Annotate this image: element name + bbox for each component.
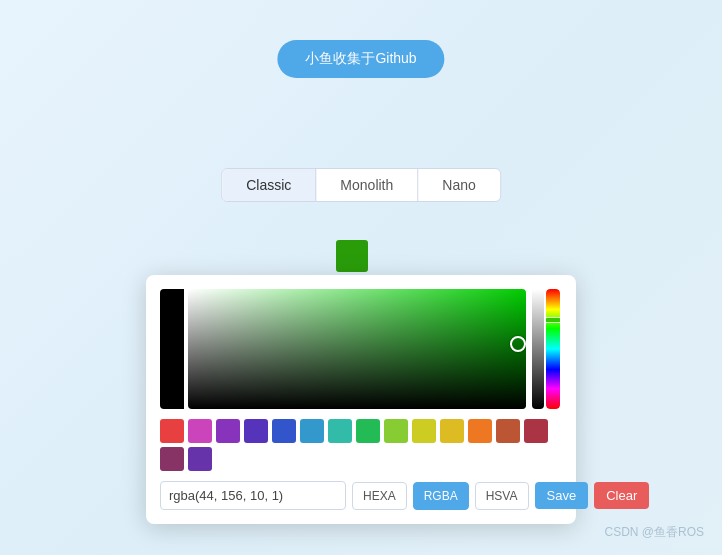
preset-swatch[interactable] xyxy=(328,419,352,443)
gradient-area[interactable] xyxy=(160,289,562,409)
gradient-dark xyxy=(188,289,526,409)
opacity-slider[interactable] xyxy=(532,289,544,409)
preset-swatch[interactable] xyxy=(496,419,520,443)
preset-swatch[interactable] xyxy=(272,419,296,443)
hsva-format-btn[interactable]: HSVA xyxy=(475,482,529,510)
preset-swatch[interactable] xyxy=(524,419,548,443)
clear-button[interactable]: Clear xyxy=(594,482,649,509)
save-button[interactable]: Save xyxy=(535,482,589,509)
tab-monolith[interactable]: Monolith xyxy=(316,169,418,201)
github-button[interactable]: 小鱼收集于Github xyxy=(277,40,444,78)
preset-swatch[interactable] xyxy=(468,419,492,443)
watermark: CSDN @鱼香ROS xyxy=(604,524,704,541)
tab-nano[interactable]: Nano xyxy=(418,169,499,201)
color-picker-panel: HEXA RGBA HSVA Save Clear xyxy=(146,275,576,524)
preset-colors-row xyxy=(160,419,562,471)
theme-tab-group: Classic Monolith Nano xyxy=(221,168,501,202)
preset-swatch[interactable] xyxy=(356,419,380,443)
hue-slider xyxy=(546,289,560,409)
hue-slider-container[interactable] xyxy=(546,289,560,409)
preset-swatch[interactable] xyxy=(160,447,184,471)
hexa-format-btn[interactable]: HEXA xyxy=(352,482,407,510)
preset-swatch[interactable] xyxy=(440,419,464,443)
color-gradient[interactable] xyxy=(188,289,526,409)
color-value-input[interactable] xyxy=(160,481,346,510)
preset-swatch[interactable] xyxy=(300,419,324,443)
tab-classic[interactable]: Classic xyxy=(222,169,316,201)
preset-swatch[interactable] xyxy=(216,419,240,443)
gradient-handle[interactable] xyxy=(510,336,526,352)
preset-swatch[interactable] xyxy=(244,419,268,443)
preset-swatch[interactable] xyxy=(412,419,436,443)
gradient-sliders-row xyxy=(160,289,562,409)
rgba-format-btn[interactable]: RGBA xyxy=(413,482,469,510)
color-preview-swatch xyxy=(336,240,368,272)
preset-swatch[interactable] xyxy=(188,447,212,471)
input-row: HEXA RGBA HSVA Save Clear xyxy=(160,481,562,510)
preset-swatch[interactable] xyxy=(384,419,408,443)
black-strip xyxy=(160,289,184,409)
preset-swatch[interactable] xyxy=(160,419,184,443)
preset-swatch[interactable] xyxy=(188,419,212,443)
hue-handle xyxy=(546,317,560,323)
